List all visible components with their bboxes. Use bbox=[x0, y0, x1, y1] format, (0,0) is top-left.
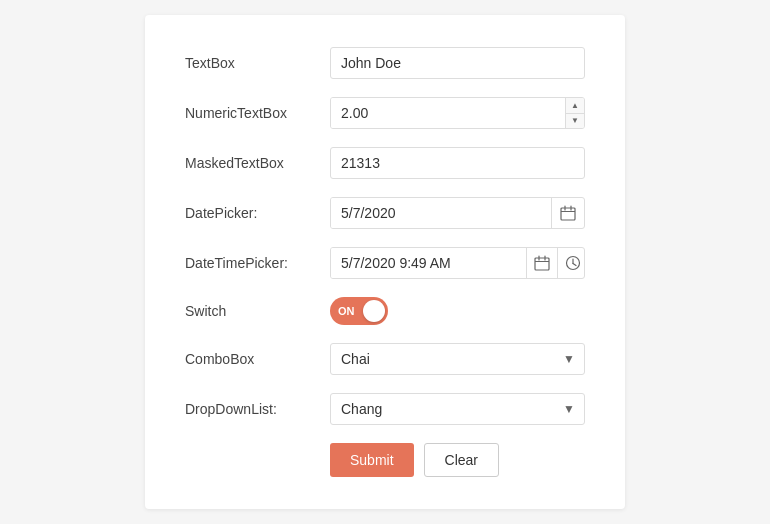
combobox-wrapper: Chai Chang Aniseed Syrup ▼ bbox=[330, 343, 585, 375]
datepicker-input[interactable] bbox=[331, 198, 551, 228]
datetime-icons bbox=[526, 248, 585, 278]
combobox-label: ComboBox bbox=[185, 351, 330, 367]
numeric-input[interactable] bbox=[331, 98, 565, 128]
masked-row: MaskedTextBox bbox=[185, 147, 585, 179]
datetimepicker-wrapper bbox=[330, 247, 585, 279]
spinner-down-button[interactable]: ▼ bbox=[566, 114, 584, 129]
svg-rect-4 bbox=[535, 258, 549, 270]
dropdownlist-select[interactable]: Chai Chang Aniseed Syrup bbox=[330, 393, 585, 425]
clear-button[interactable]: Clear bbox=[424, 443, 499, 477]
submit-button[interactable]: Submit bbox=[330, 443, 414, 477]
combobox-select[interactable]: Chai Chang Aniseed Syrup bbox=[330, 343, 585, 375]
masked-input[interactable] bbox=[330, 147, 585, 179]
switch-on-label: ON bbox=[338, 305, 355, 317]
datepicker-label: DatePicker: bbox=[185, 205, 330, 221]
calendar-button[interactable] bbox=[551, 198, 584, 228]
numeric-spinners: ▲ ▼ bbox=[565, 98, 584, 128]
masked-label: MaskedTextBox bbox=[185, 155, 330, 171]
datepicker-wrapper bbox=[330, 197, 585, 229]
switch-toggle[interactable]: ON bbox=[330, 297, 388, 325]
clock-icon bbox=[565, 255, 581, 271]
numeric-label: NumericTextBox bbox=[185, 105, 330, 121]
switch-slider: ON bbox=[330, 297, 388, 325]
datetimepicker-input[interactable] bbox=[331, 248, 526, 278]
textbox-input[interactable] bbox=[330, 47, 585, 79]
svg-line-10 bbox=[573, 264, 576, 266]
dropdownlist-label: DropDownList: bbox=[185, 401, 330, 417]
datetime-calendar-icon bbox=[534, 255, 550, 271]
spinner-up-button[interactable]: ▲ bbox=[566, 98, 584, 114]
dropdownlist-row: DropDownList: Chai Chang Aniseed Syrup ▼ bbox=[185, 393, 585, 425]
button-row: Submit Clear bbox=[185, 443, 585, 477]
datetimepicker-row: DateTimePicker: bbox=[185, 247, 585, 279]
datetimepicker-label: DateTimePicker: bbox=[185, 255, 330, 271]
textbox-label: TextBox bbox=[185, 55, 330, 71]
datepicker-row: DatePicker: bbox=[185, 197, 585, 229]
switch-label: Switch bbox=[185, 303, 330, 319]
numeric-wrapper: ▲ ▼ bbox=[330, 97, 585, 129]
dropdownlist-wrapper: Chai Chang Aniseed Syrup ▼ bbox=[330, 393, 585, 425]
datetime-calendar-button[interactable] bbox=[526, 248, 557, 278]
calendar-icon bbox=[560, 205, 576, 221]
form-container: TextBox NumericTextBox ▲ ▼ MaskedTextBox… bbox=[145, 15, 625, 509]
combobox-row: ComboBox Chai Chang Aniseed Syrup ▼ bbox=[185, 343, 585, 375]
switch-row: Switch ON bbox=[185, 297, 585, 325]
datetime-clock-button[interactable] bbox=[557, 248, 585, 278]
textbox-row: TextBox bbox=[185, 47, 585, 79]
numeric-row: NumericTextBox ▲ ▼ bbox=[185, 97, 585, 129]
svg-rect-0 bbox=[561, 208, 575, 220]
